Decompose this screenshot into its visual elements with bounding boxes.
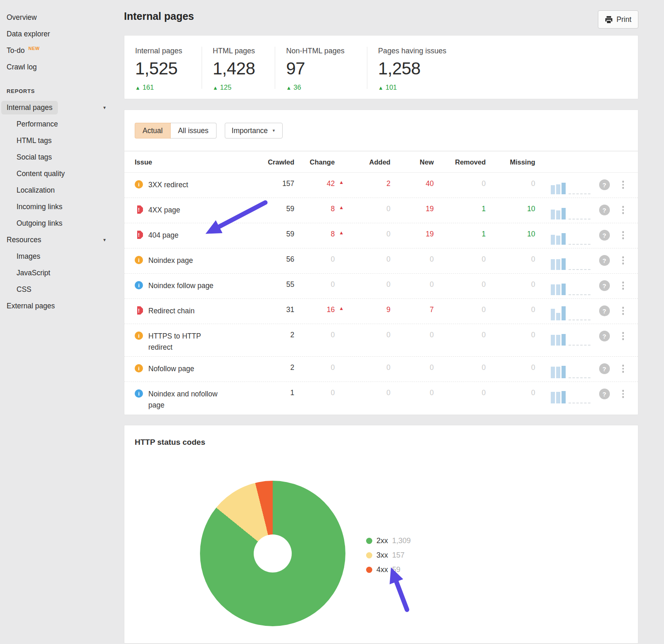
table-row-noindex-page[interactable]: iNoindex page5600000? — [124, 248, 638, 273]
sidebar-item-html-tags[interactable]: HTML tags — [7, 132, 124, 149]
sidebar-item-javascript[interactable]: JavaScript — [7, 265, 124, 281]
change-value: 0 — [294, 255, 344, 264]
table-row-3xx-redirect[interactable]: i3XX redirect15742▲24000? — [124, 173, 638, 198]
change-number: 0 — [294, 363, 335, 372]
sidebar-item-to-do[interactable]: To-doNEW — [7, 42, 124, 59]
legend-value: 157 — [392, 551, 405, 560]
added-value: 0 — [344, 280, 390, 289]
stat-delta: ▲125 — [213, 83, 275, 91]
sidebar-item-localization[interactable]: Localization — [7, 182, 124, 198]
help-icon[interactable]: ? — [599, 230, 610, 241]
missing-value: 10 — [486, 230, 535, 239]
kebab-menu-icon[interactable] — [622, 179, 624, 189]
spark-bar — [551, 392, 555, 403]
sidebar-item-data-explorer[interactable]: Data explorer — [7, 26, 124, 42]
sidebar-item-overview[interactable]: Overview — [7, 9, 124, 26]
tab-actual[interactable]: Actual — [135, 123, 171, 138]
spark-bar — [556, 335, 560, 346]
kebab-menu-icon[interactable] — [622, 305, 624, 315]
sparkline-chart — [551, 305, 593, 320]
column-header-change: Change — [294, 158, 344, 166]
importance-dropdown[interactable]: Importance ▼ — [225, 123, 283, 138]
stat-label: Internal pages — [135, 47, 202, 55]
spark-baseline — [569, 345, 590, 346]
warning-icon: i — [135, 256, 143, 264]
help-cell: ? — [593, 280, 616, 291]
added-value: 0 — [344, 331, 390, 339]
sidebar-item-external-pages[interactable]: External pages — [7, 298, 124, 314]
http-status-donut-chart[interactable] — [200, 481, 345, 626]
sidebar-item-internal-pages[interactable]: Internal pages▼ — [7, 99, 124, 116]
sidebar-item-crawl-log[interactable]: Crawl log — [7, 59, 124, 75]
table-row-noindex-and-nofollow-page[interactable]: iNoindex and nofollow page100000? — [124, 382, 638, 414]
sparkline-cell — [535, 280, 593, 295]
spark-baseline — [569, 193, 590, 194]
sidebar-item-resources[interactable]: Resources▼ — [7, 231, 124, 248]
added-value: 0 — [344, 363, 390, 372]
triangle-up-icon — [335, 280, 344, 289]
menu-cell — [616, 305, 631, 315]
removed-value: 0 — [434, 179, 486, 188]
help-icon[interactable]: ? — [599, 305, 610, 316]
kebab-menu-icon[interactable] — [622, 363, 624, 373]
table-row-nofollow-page[interactable]: iNofollow page200000? — [124, 356, 638, 382]
table-row-redirect-chain[interactable]: !Redirect chain3116▲9700? — [124, 298, 638, 324]
table-row-4xx-page[interactable]: !4XX page598▲019110? — [124, 198, 638, 223]
http-status-card: HTTP status codes 2xx1,3093xx1574xx59 — [124, 425, 638, 644]
stat-pages-having-issues: Pages having issues1,258▲101 — [367, 47, 638, 89]
spark-bar — [562, 284, 566, 295]
sidebar-item-images[interactable]: Images — [7, 248, 124, 265]
sidebar-item-social-tags[interactable]: Social tags — [7, 149, 124, 165]
sparkline-chart — [551, 363, 593, 378]
missing-value: 0 — [486, 363, 535, 372]
spark-bar — [556, 284, 560, 295]
print-button[interactable]: Print — [598, 10, 638, 29]
sidebar-item-label: JavaScript — [17, 269, 50, 277]
sidebar-item-performance[interactable]: Performance — [7, 116, 124, 132]
help-icon[interactable]: ? — [599, 255, 610, 266]
stat-delta-value: 125 — [220, 83, 232, 91]
sidebar-item-incoming-links[interactable]: Incoming links — [7, 198, 124, 215]
kebab-menu-icon[interactable] — [622, 280, 624, 290]
kebab-menu-icon[interactable] — [622, 230, 624, 239]
new-value: 0 — [390, 331, 434, 339]
table-row-https-to-http-redirect[interactable]: iHTTPS to HTTP redirect200000? — [124, 324, 638, 356]
help-icon[interactable]: ? — [599, 331, 610, 341]
help-icon[interactable]: ? — [599, 389, 610, 399]
help-icon[interactable]: ? — [599, 205, 610, 215]
triangle-up-icon: ▲ — [378, 85, 383, 91]
kebab-menu-icon[interactable] — [622, 389, 624, 398]
missing-value: 0 — [486, 280, 535, 289]
help-cell: ? — [593, 255, 616, 266]
sidebar-item-label: CSS — [17, 285, 31, 294]
triangle-up-icon — [335, 389, 344, 397]
removed-value: 0 — [434, 280, 486, 289]
sidebar-item-outgoing-links[interactable]: Outgoing links — [7, 215, 124, 231]
help-icon[interactable]: ? — [599, 280, 610, 291]
kebab-menu-icon[interactable] — [622, 255, 624, 265]
sidebar-item-content-quality[interactable]: Content quality — [7, 165, 124, 182]
help-icon[interactable]: ? — [599, 179, 610, 190]
table-row-noindex-follow-page[interactable]: iNoindex follow page5500000? — [124, 273, 638, 298]
warning-icon: i — [135, 364, 143, 372]
change-value: 0 — [294, 280, 344, 289]
triangle-up-icon: ▲ — [135, 85, 140, 91]
spark-bar — [556, 392, 560, 403]
triangle-up-icon: ▲ — [286, 85, 291, 91]
chart-legend: 2xx1,3093xx1574xx59 — [366, 534, 411, 577]
sidebar-item-label: Resources — [7, 236, 41, 244]
sidebar-item-label: Crawl log — [7, 63, 37, 72]
filter-bar: Actual All issues Importance ▼ — [124, 123, 638, 138]
triangle-up-icon: ▲ — [335, 179, 344, 188]
help-icon[interactable]: ? — [599, 363, 610, 374]
kebab-menu-icon[interactable] — [622, 331, 624, 340]
tab-all-issues[interactable]: All issues — [171, 123, 217, 138]
sidebar-item-label: Social tags — [17, 153, 52, 162]
sidebar-item-css[interactable]: CSS — [7, 281, 124, 298]
spark-bar — [556, 236, 560, 245]
stat-delta-value: 161 — [143, 83, 154, 91]
table-row-404-page[interactable]: !404 page598▲019110? — [124, 223, 638, 248]
kebab-menu-icon[interactable] — [622, 205, 624, 214]
missing-value: 0 — [486, 255, 535, 264]
change-number: 0 — [294, 280, 335, 289]
